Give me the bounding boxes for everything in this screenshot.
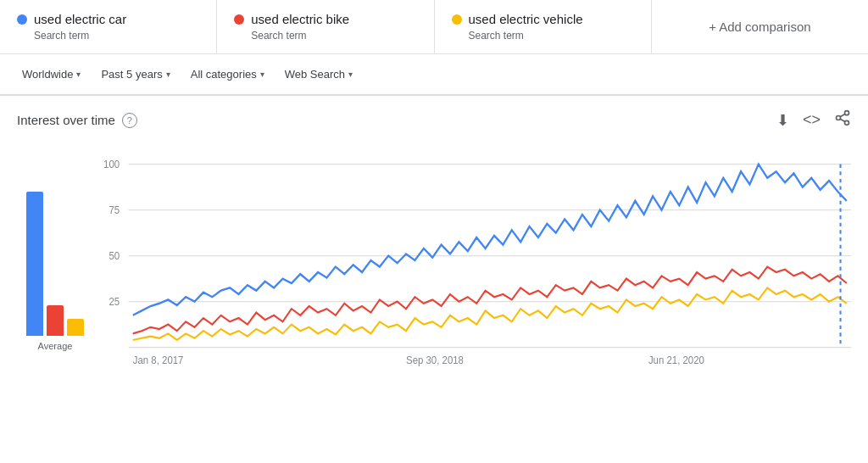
location-label: Worldwide [22, 68, 73, 81]
avg-bar-yellow [67, 319, 84, 336]
search-type-chevron-icon: ▾ [348, 70, 353, 79]
svg-text:25: 25 [108, 296, 120, 307]
avg-bar-blue [26, 192, 43, 336]
svg-text:50: 50 [108, 250, 120, 261]
chart-container: Average 100 75 50 25 Jan 8, 2017 Sep 30,… [17, 137, 851, 375]
avg-bar-red [47, 305, 64, 336]
time-range-filter[interactable]: Past 5 years ▾ [92, 63, 178, 86]
svg-line-3 [840, 119, 845, 121]
term-type-2: Search term [251, 30, 416, 42]
help-text: ? [127, 115, 132, 126]
interest-title: Interest over time [17, 113, 115, 127]
search-term-1: used electric car Search term [0, 0, 217, 53]
svg-point-0 [845, 111, 849, 115]
dot-yellow-3 [452, 14, 462, 25]
term-name-3: used electric vehicle [469, 12, 583, 26]
interest-actions: ⬇ <> [776, 109, 851, 131]
time-range-chevron-icon: ▾ [166, 70, 170, 79]
yellow-line [133, 287, 847, 340]
category-filter[interactable]: All categories ▾ [182, 63, 273, 86]
svg-text:Jun 21, 2020: Jun 21, 2020 [648, 354, 705, 365]
download-icon[interactable]: ⬇ [776, 111, 789, 130]
svg-point-1 [837, 116, 841, 120]
svg-text:Jan 8, 2017: Jan 8, 2017 [133, 354, 184, 365]
svg-text:75: 75 [108, 204, 120, 215]
term-name-2: used electric bike [251, 12, 349, 26]
search-type-label: Web Search [285, 68, 345, 81]
svg-text:Sep 30, 2018: Sep 30, 2018 [406, 354, 464, 365]
filters-bar: Worldwide ▾ Past 5 years ▾ All categorie… [0, 54, 868, 96]
term-type-1: Search term [34, 30, 199, 42]
average-bar-chart: Average [17, 146, 93, 375]
time-range-label: Past 5 years [101, 68, 162, 81]
term-name-1: used electric car [34, 12, 126, 26]
search-term-3: used electric vehicle Search term [435, 0, 652, 53]
search-terms-bar: used electric car Search term used elect… [0, 0, 868, 54]
svg-point-2 [845, 120, 849, 125]
line-chart-area: 100 75 50 25 Jan 8, 2017 Sep 30, 2018 Ju… [93, 146, 851, 375]
svg-line-4 [840, 114, 845, 116]
search-term-2: used electric bike Search term [217, 0, 434, 53]
add-comparison-label: + Add comparison [709, 20, 811, 34]
interest-header: Interest over time ? ⬇ <> [17, 109, 851, 131]
interest-title-row: Interest over time ? [17, 113, 137, 128]
location-filter[interactable]: Worldwide ▾ [14, 63, 89, 86]
dot-blue-1 [17, 14, 27, 25]
search-type-filter[interactable]: Web Search ▾ [276, 63, 361, 86]
add-comparison-button[interactable]: + Add comparison [652, 0, 868, 53]
blue-line [133, 165, 847, 315]
svg-text:100: 100 [103, 159, 120, 170]
category-chevron-icon: ▾ [260, 70, 264, 79]
bars-group [26, 166, 84, 336]
chart-svg: 100 75 50 25 Jan 8, 2017 Sep 30, 2018 Ju… [93, 146, 851, 375]
red-line [133, 267, 847, 334]
help-icon[interactable]: ? [122, 113, 137, 128]
interest-over-time-section: Interest over time ? ⬇ <> Aver [0, 96, 868, 375]
location-chevron-icon: ▾ [76, 70, 81, 79]
category-label: All categories [191, 68, 257, 81]
dot-red-2 [234, 14, 244, 25]
share-icon[interactable] [834, 109, 851, 131]
average-label: Average [38, 341, 73, 351]
term-type-3: Search term [469, 30, 634, 42]
embed-icon[interactable]: <> [803, 111, 821, 129]
